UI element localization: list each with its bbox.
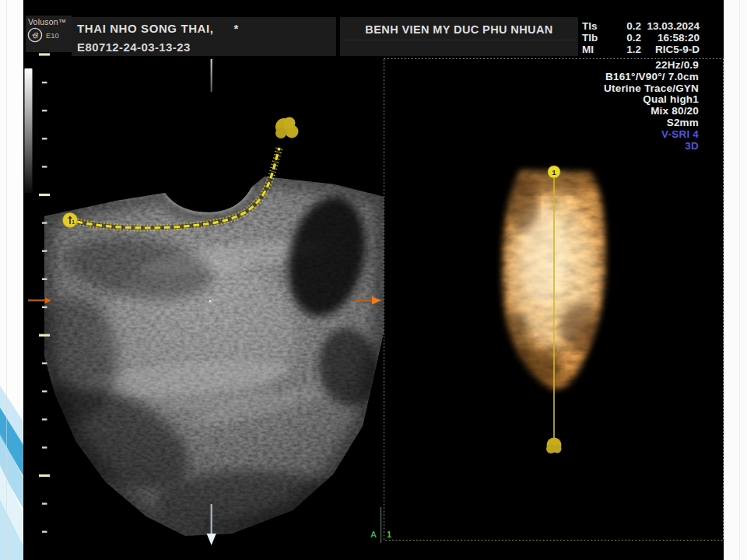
measure-top-marker: 1 [548, 166, 560, 178]
ruler-tick [39, 53, 50, 55]
right-frame [724, 0, 747, 560]
ruler-tick [39, 194, 50, 196]
frame-edge-line [6, 0, 7, 560]
ruler-tick [42, 531, 47, 533]
left-frame [0, 0, 23, 560]
frame-edge-line [739, 0, 740, 560]
ruler-tick [42, 250, 47, 252]
ruler-tick [42, 110, 47, 111]
screen: Voluson™ Ꮆ E10 THAI NHO SONG THAI,* E807… [23, 0, 724, 560]
trace-end-marker [275, 117, 299, 139]
ruler-tick [42, 222, 47, 223]
swoosh-graphic [0, 0, 23, 560]
ruler-tick [42, 390, 47, 392]
ruler-tick [39, 474, 50, 477]
measure-top-label: 1 [552, 168, 556, 177]
axis-label-1: 1 [387, 530, 391, 539]
measure-bottom-marker [546, 438, 562, 454]
ruler-tick [39, 334, 50, 336]
page: { "branding": { "product": "Voluson™", "… [0, 0, 747, 560]
ruler-tick [42, 446, 47, 448]
ruler-tick [42, 362, 47, 364]
trace-start-label: 1 [72, 219, 75, 225]
ruler-tick [42, 418, 47, 420]
ruler-tick [42, 82, 47, 83]
ruler-tick [42, 502, 47, 504]
grayscale-bar [25, 68, 33, 193]
sonogram-2d [23, 171, 389, 544]
scene-svg: 1 [23, 0, 724, 560]
ruler-tick [42, 138, 47, 139]
render-axis: A 1 [335, 507, 391, 543]
centerline-top [211, 59, 212, 92]
ruler-tick [42, 166, 47, 167]
trace-start-marker: 1 [63, 213, 78, 228]
focus-dot [209, 300, 212, 303]
frame-edge-line [724, 0, 724, 560]
ruler-tick [42, 278, 47, 280]
axis-label-a: A [370, 530, 377, 539]
ruler-tick [42, 306, 47, 308]
